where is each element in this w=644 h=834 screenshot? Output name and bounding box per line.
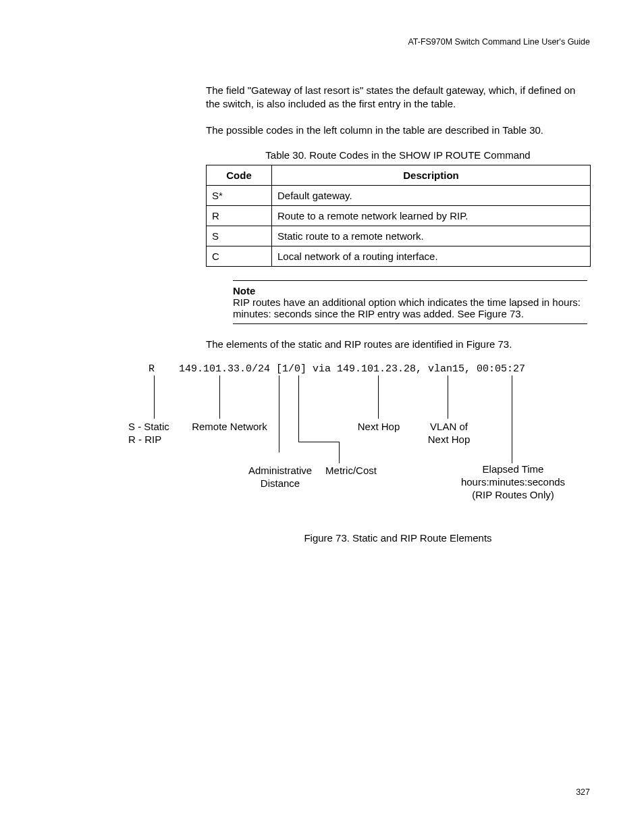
callout-line bbox=[298, 375, 299, 442]
code-cell: R bbox=[207, 205, 272, 226]
table-header-code: Code bbox=[207, 165, 272, 185]
callout-line bbox=[154, 375, 155, 419]
code-cell: S* bbox=[207, 185, 272, 205]
callout-line bbox=[219, 375, 220, 419]
label-next-hop: Next Hop bbox=[355, 421, 402, 434]
table-row: S* Default gateway. bbox=[207, 185, 591, 205]
table-row: S Static route to a remote network. bbox=[207, 226, 591, 246]
callout-line bbox=[378, 375, 379, 419]
callout-line bbox=[298, 442, 339, 442]
code-cell: C bbox=[207, 246, 272, 266]
callout-line bbox=[448, 375, 448, 419]
callout-line bbox=[279, 375, 279, 452]
desc-cell: Local network of a routing interface. bbox=[272, 246, 591, 266]
table-caption: Table 30. Route Codes in the SHOW IP ROU… bbox=[206, 149, 590, 161]
table-row: R Route to a remote network learned by R… bbox=[207, 205, 591, 226]
route-example-line: R 149.101.33.0/24 [1/0] via 149.101.23.2… bbox=[149, 363, 525, 375]
label-vlan-next-hop: VLAN of Next Hop bbox=[425, 421, 473, 446]
label-remote-network: Remote Network bbox=[188, 421, 271, 434]
desc-cell: Default gateway. bbox=[272, 185, 591, 205]
label-static-rip: S - Static R - RIP bbox=[128, 421, 189, 446]
route-codes-table: Code Description S* Default gateway. R R… bbox=[206, 165, 591, 267]
label-elapsed-time: Elapsed Time hours:minutes:seconds (RIP … bbox=[449, 463, 577, 501]
callout-line bbox=[339, 442, 340, 463]
page-header: AT-FS970M Switch Command Line User's Gui… bbox=[54, 37, 590, 47]
table-header-description: Description bbox=[272, 165, 591, 185]
code-cell: S bbox=[207, 226, 272, 246]
callout-line bbox=[512, 375, 512, 463]
paragraph-figure-intro: The elements of the static and RIP route… bbox=[206, 338, 590, 351]
paragraph-gateway: The field "Gateway of last resort is" st… bbox=[206, 84, 590, 111]
note-box: Note RIP routes have an additional optio… bbox=[233, 280, 587, 324]
figure-caption: Figure 73. Static and RIP Route Elements bbox=[206, 532, 590, 544]
table-row: C Local network of a routing interface. bbox=[207, 246, 591, 266]
note-title: Note bbox=[233, 285, 255, 296]
page-number: 327 bbox=[576, 787, 590, 797]
figure-route-elements: R 149.101.33.0/24 [1/0] via 149.101.23.2… bbox=[128, 363, 601, 519]
label-admin-distance: Administrative Distance bbox=[243, 465, 317, 490]
desc-cell: Static route to a remote network. bbox=[272, 226, 591, 246]
label-metric-cost: Metric/Cost bbox=[321, 465, 381, 477]
note-body: RIP routes have an additional option whi… bbox=[233, 296, 581, 319]
paragraph-codes-intro: The possible codes in the left column in… bbox=[206, 124, 590, 137]
desc-cell: Route to a remote network learned by RIP… bbox=[272, 205, 591, 226]
